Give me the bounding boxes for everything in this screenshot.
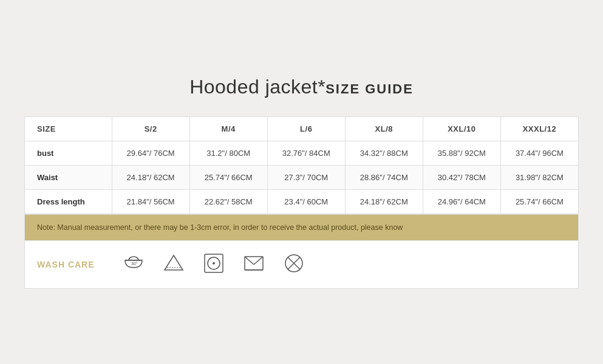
table-row: Waist24.18"/ 62CM25.74"/ 66CM27.3"/ 70CM… — [25, 165, 579, 189]
wash-basin-icon: 30° — [122, 252, 145, 277]
col-header-xxl10: XXL/10 — [423, 116, 500, 141]
table-header-row: SIZE S/2 M/4 L/6 XL/8 XXL/10 XXXL/12 — [25, 116, 579, 141]
row-cell: 32.76"/ 84CM — [267, 141, 345, 165]
col-header-xl8: XL/8 — [345, 116, 423, 141]
note-bar: Note: Manual measurement, or there may b… — [24, 214, 579, 241]
row-cell: 22.62"/ 58CM — [189, 189, 267, 214]
row-cell: 25.74"/ 66CM — [189, 165, 267, 189]
note-text: Note: Manual measurement, or there may b… — [37, 223, 403, 232]
col-header-size: SIZE — [25, 116, 112, 141]
row-cell: 27.3"/ 70CM — [267, 165, 345, 189]
no-dry-clean-icon — [282, 252, 305, 277]
wash-care-label: WASH CARE — [37, 260, 98, 269]
row-cell: 31.98"/ 82CM — [500, 165, 578, 189]
table-row: Dress length21.84"/ 56CM22.62"/ 58CM23.4… — [25, 189, 579, 214]
svg-line-7 — [245, 257, 254, 265]
title-part2: SIZE GUIDE — [325, 81, 414, 96]
dry-clean-icon — [242, 252, 265, 277]
row-cell: 28.86"/ 74CM — [345, 165, 423, 189]
title-area: Hooded jacket*SIZE GUIDE — [24, 76, 579, 98]
row-label: bust — [25, 141, 112, 165]
row-cell: 24.96"/ 64CM — [423, 189, 500, 214]
size-table: SIZE S/2 M/4 L/6 XL/8 XXL/10 XXXL/12 bus… — [24, 116, 579, 214]
bleach-icon — [162, 252, 185, 277]
row-cell: 35.88"/ 92CM — [423, 141, 500, 165]
col-header-l6: L/6 — [267, 116, 345, 141]
row-label: Dress length — [25, 189, 112, 214]
col-header-xxxl12: XXXL/12 — [500, 116, 578, 141]
wash-care-area: WASH CARE 30° — [24, 241, 579, 289]
row-cell: 34.32"/ 88CM — [345, 141, 423, 165]
row-cell: 29.64"/ 76CM — [112, 141, 189, 165]
row-cell: 37.44"/ 96CM — [500, 141, 578, 165]
table-row: bust29.64"/ 76CM31.2"/ 80CM32.76"/ 84CM3… — [25, 141, 579, 165]
row-cell: 24.18"/ 62CM — [345, 189, 423, 214]
title-part1: Hooded jacket* — [189, 76, 325, 98]
row-cell: 21.84"/ 56CM — [112, 189, 189, 214]
col-header-s2: S/2 — [112, 116, 189, 141]
row-cell: 30.42"/ 78CM — [423, 165, 500, 189]
svg-text:30°: 30° — [131, 261, 138, 266]
svg-point-5 — [213, 262, 215, 265]
main-container: Hooded jacket*SIZE GUIDE SIZE S/2 M/4 L/… — [0, 58, 603, 307]
row-cell: 23.4"/ 60CM — [267, 189, 345, 214]
col-header-m4: M/4 — [189, 116, 267, 141]
row-label: Waist — [25, 165, 112, 189]
row-cell: 24.18"/ 62CM — [112, 165, 189, 189]
svg-line-8 — [254, 257, 263, 265]
row-cell: 25.74"/ 66CM — [500, 189, 578, 214]
wash-icons: 30° — [122, 252, 305, 277]
tumble-dry-icon — [202, 252, 225, 277]
row-cell: 31.2"/ 80CM — [189, 141, 267, 165]
